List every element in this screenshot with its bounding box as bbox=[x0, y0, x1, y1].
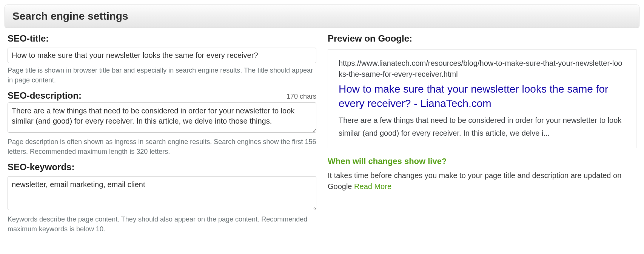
preview-column: Preview on Google: https://www.lianatech… bbox=[328, 33, 636, 240]
seo-keywords-label: SEO-keywords: bbox=[8, 162, 316, 172]
preview-heading: Preview on Google: bbox=[328, 33, 636, 44]
panel-body: SEO-title: Page title is shown in browse… bbox=[5, 28, 639, 243]
live-notice-heading: When will changes show live? bbox=[328, 156, 636, 166]
seo-description-help: Page description is often shown as ingre… bbox=[8, 137, 316, 156]
live-notice-text: It takes time before changes you make to… bbox=[328, 170, 636, 192]
seo-keywords-input[interactable] bbox=[8, 176, 316, 210]
seo-description-charcount: 170 chars bbox=[287, 93, 316, 101]
seo-keywords-group: SEO-keywords: Keywords describe the page… bbox=[8, 162, 316, 234]
preview-description: There are a few things that need to be c… bbox=[339, 114, 626, 139]
seo-description-label: SEO-description: bbox=[8, 90, 82, 101]
preview-title: How to make sure that your newsletter lo… bbox=[339, 82, 626, 111]
form-column: SEO-title: Page title is shown in browse… bbox=[8, 33, 316, 240]
preview-url: https://www.lianatech.com/resources/blog… bbox=[339, 58, 626, 80]
seo-settings-panel: Search engine settings SEO-title: Page t… bbox=[5, 5, 639, 243]
panel-title: Search engine settings bbox=[5, 5, 639, 28]
seo-description-input[interactable] bbox=[8, 102, 316, 133]
read-more-link[interactable]: Read More bbox=[354, 182, 391, 190]
google-preview-box: https://www.lianatech.com/resources/blog… bbox=[328, 49, 636, 148]
seo-title-group: SEO-title: Page title is shown in browse… bbox=[8, 33, 316, 85]
seo-description-group: SEO-description: 170 chars Page descript… bbox=[8, 90, 316, 156]
seo-title-input[interactable] bbox=[8, 48, 316, 63]
seo-title-label: SEO-title: bbox=[8, 33, 316, 44]
seo-title-help: Page title is shown in browser title bar… bbox=[8, 65, 316, 85]
seo-keywords-help: Keywords describe the page content. They… bbox=[8, 214, 316, 234]
